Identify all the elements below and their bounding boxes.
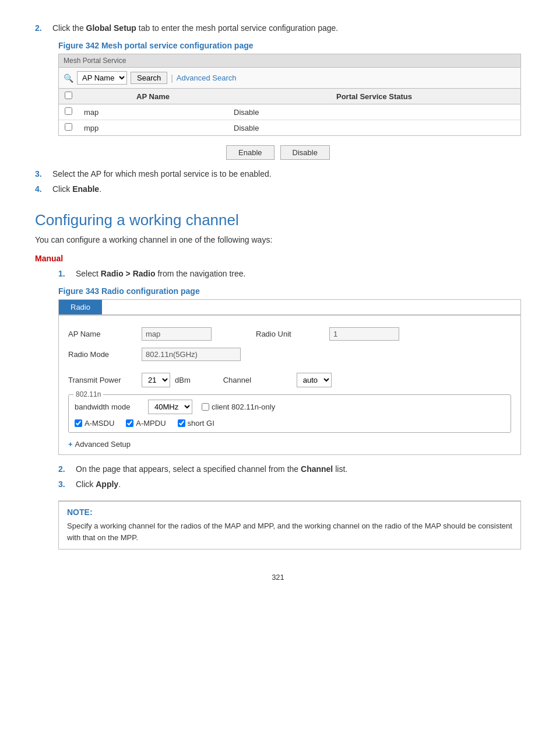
select-all-checkbox[interactable] (65, 92, 72, 99)
bw-mode-label: bandwidth mode (75, 402, 139, 411)
radio-step-1-text: Select Radio > Radio from the navigation… (76, 269, 521, 278)
ap-name-input[interactable] (142, 327, 212, 341)
after-step-3-number: 3. (58, 480, 76, 489)
step-2-number: 2. (35, 23, 52, 33)
advanced-search-link[interactable]: Advanced Search (177, 74, 237, 82)
bw-mode-row: bandwidth mode 40MHz client 802.11n-only (75, 400, 505, 414)
table-row: map Disable (59, 104, 520, 120)
channel-label: Channel (223, 376, 287, 384)
figure-342-caption: Figure 342 Mesh portal service configura… (58, 41, 521, 50)
page-number: 321 (35, 573, 521, 582)
ampdu-label: A-MPDU (136, 419, 166, 428)
after-step-2-number: 2. (58, 464, 76, 474)
client-80211n-item: client 802.11n-only (202, 402, 275, 411)
row-checkbox-cell (59, 120, 78, 136)
row-checkbox[interactable] (65, 123, 72, 131)
note-label: NOTE: (67, 508, 512, 517)
after-step-2: 2. On the page that appears, select a sp… (58, 464, 521, 474)
step-3: 3. Select the AP for which mesh portal s… (35, 169, 521, 178)
manual-label: Manual (35, 254, 521, 263)
search-icon: 🔍 (64, 74, 73, 83)
80211n-group: 802.11n bandwidth mode 40MHz client 802.… (68, 394, 511, 433)
table-row: mpp Disable (59, 120, 520, 136)
mesh-portal-service-panel: Mesh Portal Service 🔍 AP Name Search | A… (58, 54, 521, 136)
radio-config-panel: Radio AP Name Radio Unit Radio Mode Tran… (58, 299, 521, 455)
client-80211n-label: client 802.11n-only (212, 402, 275, 411)
dbm-label: dBm (175, 376, 191, 384)
amsdu-label: A-MSDU (85, 419, 114, 428)
advanced-setup-label: Advanced Setup (75, 440, 131, 449)
section-intro: You can configure a working channel in o… (35, 235, 521, 244)
after-step-2-text: On the page that appears, select a speci… (76, 464, 521, 474)
row-checkbox[interactable] (65, 107, 72, 115)
row-ap-name: map (78, 104, 228, 120)
checkbox-row: A-MSDU A-MPDU short GI (75, 419, 505, 428)
search-bar: 🔍 AP Name Search | Advanced Search (59, 68, 520, 89)
col-header-ap-name: AP Name (78, 89, 228, 104)
short-gi-checkbox[interactable] (178, 419, 185, 427)
search-button[interactable]: Search (131, 72, 167, 84)
amsdu-checkbox[interactable] (75, 419, 82, 427)
radio-step-1-number: 1. (58, 269, 76, 278)
portal-table: AP Name Portal Service Status map Disabl… (59, 89, 520, 135)
radio-unit-label: Radio Unit (256, 330, 320, 338)
short-gi-label: short GI (188, 419, 214, 428)
radio-tab-header: Radio (59, 300, 520, 314)
row-status: Disable (228, 104, 520, 120)
panel-header: Mesh Portal Service (59, 54, 520, 68)
radio-tab[interactable]: Radio (59, 300, 102, 314)
channel-group: auto (297, 373, 332, 387)
step-3-number: 3. (35, 169, 52, 178)
radio-unit-input[interactable] (329, 327, 399, 341)
disable-button[interactable]: Disable (280, 145, 330, 160)
col-header-portal-status: Portal Service Status (228, 89, 520, 104)
channel-select[interactable]: auto (297, 373, 332, 387)
plus-icon: + (68, 440, 73, 449)
radio-mode-input (142, 348, 241, 361)
col-header-checkbox (59, 89, 78, 104)
bw-mode-group: 40MHz (148, 400, 192, 414)
step-3-text: Select the AP for which mesh portal serv… (52, 169, 521, 178)
after-step-3: 3. Click Apply. (58, 480, 521, 489)
transmit-power-select[interactable]: 21 (142, 373, 170, 387)
80211n-legend: 802.11n (73, 390, 103, 398)
transmit-power-group: 21 dBm (142, 373, 191, 387)
step-4-number: 4. (35, 184, 52, 194)
client-80211n-checkbox[interactable] (202, 403, 209, 411)
note-text: Specify a working channel for the radios… (67, 520, 512, 543)
transmit-power-label: Transmit Power (68, 376, 132, 384)
step-2: 2. Click the Global Setup tab to enter t… (35, 23, 521, 33)
form-row-1: AP Name Radio Unit (68, 327, 511, 341)
radio-config-form: AP Name Radio Unit Radio Mode Transmit P… (59, 314, 520, 454)
form-row-2: Radio Mode (68, 348, 511, 361)
action-buttons: Enable Disable (35, 145, 521, 160)
radio-mode-label: Radio Mode (68, 350, 132, 359)
row-checkbox-cell (59, 104, 78, 120)
step-4-text: Click Enable. (52, 184, 521, 194)
figure-343-caption: Figure 343 Radio configuration page (58, 286, 521, 296)
step-4: 4. Click Enable. (35, 184, 521, 194)
bw-mode-select[interactable]: 40MHz (148, 400, 192, 414)
radio-step-1: 1. Select Radio > Radio from the navigat… (58, 269, 521, 278)
amsdu-item: A-MSDU (75, 419, 114, 428)
ap-name-label: AP Name (68, 330, 132, 338)
after-step-3-text: Click Apply. (76, 480, 521, 489)
enable-button[interactable]: Enable (226, 145, 274, 160)
form-row-3: Transmit Power 21 dBm Channel auto (68, 373, 511, 387)
separator: | (171, 74, 173, 83)
short-gi-item: short GI (178, 419, 214, 428)
ampdu-checkbox[interactable] (126, 419, 133, 427)
search-select[interactable]: AP Name (77, 71, 127, 85)
section-heading: Configuring a working channel (35, 211, 521, 229)
advanced-setup-link[interactable]: + Advanced Setup (68, 440, 511, 449)
row-ap-name: mpp (78, 120, 228, 136)
ampdu-item: A-MPDU (126, 419, 166, 428)
row-status: Disable (228, 120, 520, 136)
note-box: NOTE: Specify a working channel for the … (58, 501, 521, 550)
step-2-text: Click the Global Setup tab to enter the … (52, 23, 521, 33)
